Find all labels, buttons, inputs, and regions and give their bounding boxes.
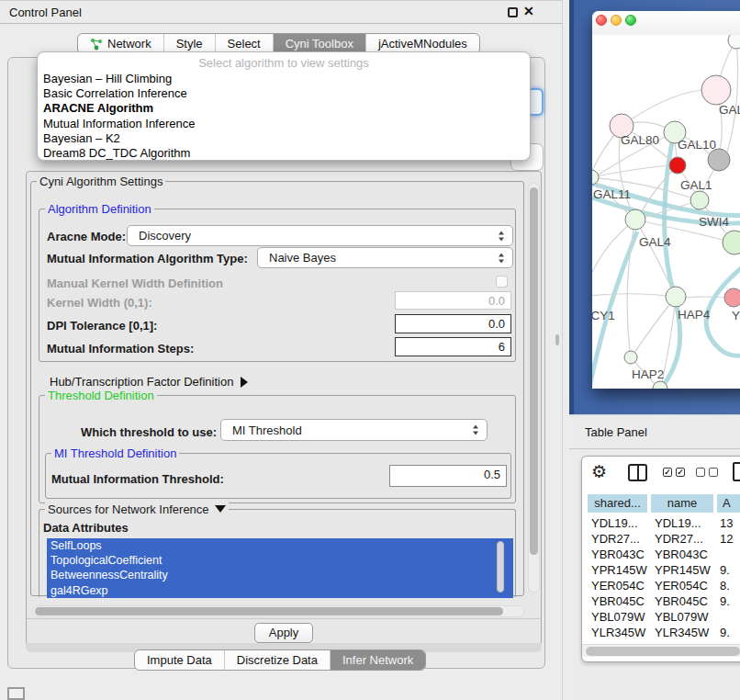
aracne-mode-label: Aracne Mode: [47,230,126,243]
close-icon[interactable]: ✕ [523,4,534,18]
group-title: Algorithm Definition [45,202,154,216]
network-node[interactable] [592,170,599,185]
table-row[interactable]: YDR27...YDR27...12 [582,531,740,547]
minimized-panel-icon[interactable] [7,687,25,700]
network-node[interactable] [723,231,740,254]
hub-definition-toggle[interactable]: Hub/Transcription Factor Definition [50,375,248,389]
network-node[interactable] [708,149,730,171]
network-edge[interactable] [622,90,701,126]
zoom-traffic-light[interactable] [625,15,636,26]
node-label: GAL [719,103,740,117]
kernel-width-field[interactable]: 0.0 [395,291,511,310]
tab-infer-network[interactable]: Infer Network [331,650,425,670]
dropdown-item[interactable]: Basic Correlation Inference [38,86,530,101]
window-titlebar[interactable] [592,11,740,35]
dropdown-item[interactable]: Bayesian – Hill Climbing [38,72,530,86]
dropdown-item[interactable]: Dream8 DC_TDC Algorithm [38,146,530,161]
threshold-definition-group: Threshold Definition Which threshold to … [39,395,516,503]
column-header[interactable]: shared... [587,493,648,514]
network-node[interactable] [728,35,740,49]
network-desktop-area: GALGAL80GAL10GAL11GAL1SWI4GAL4GCY1HAP4YH… [569,0,740,414]
tab-jactivemnodules[interactable]: jActiveMNodules [366,34,479,53]
export-table-icon[interactable] [733,462,740,481]
table-row[interactable]: YDL19...YDL19...13 [582,515,740,531]
minimize-traffic-light[interactable] [611,15,622,26]
sources-toggle[interactable]: Sources for Network Inference [45,502,229,516]
dpi-tolerance-field[interactable]: 0.0 [395,314,511,333]
table-horizontal-scrollbar[interactable] [582,644,740,657]
settings-horizontal-scrollbar[interactable] [32,605,524,617]
attribute-item[interactable]: SelfLoops [47,538,513,553]
mi-steps-field[interactable]: 6 [395,337,511,356]
select-all-icon[interactable]: ✓ [676,468,685,477]
column-header[interactable]: A [716,493,740,514]
column-header[interactable]: name [650,493,714,514]
network-node[interactable] [701,75,731,105]
scrollbar-thumb[interactable] [586,647,740,656]
tab-impute-data[interactable]: Impute Data [135,650,225,670]
network-graph[interactable]: GALGAL80GAL10GAL11GAL1SWI4GAL4GCY1HAP4YH… [592,35,740,389]
scrollbar-thumb[interactable] [530,187,538,555]
node-label: SWI4 [699,215,729,229]
deselect-all-icon[interactable] [709,468,718,477]
manual-kernel-label: Manual Kernel Width Definition [47,277,223,290]
node-label: GCY1 [592,309,615,322]
attribute-item[interactable]: TopologicalCoefficient [47,553,513,568]
gear-icon[interactable]: ⚙ [591,461,607,482]
data-attributes-label: Data Attributes [43,521,129,535]
table-panel: Table Panel ⚙ ✓ ✓ shared... name A YDL19… [569,414,740,700]
table-toolbar: ⚙ ✓ ✓ [582,457,740,491]
mi-type-label: Mutual Information Algorithm Type: [47,252,248,265]
network-node[interactable] [624,351,637,364]
select-all-icon[interactable]: ✓ [663,468,672,477]
dropdown-item[interactable]: Bayesian – K2 [38,131,530,146]
network-edge[interactable] [686,297,724,298]
network-edge[interactable] [592,294,676,297]
table-row[interactable]: YBR045CYBR045C9. [582,593,740,609]
table-row[interactable]: YPR145WYPR145W9. [582,562,740,578]
tab-select[interactable]: Select [216,34,274,53]
tab-network[interactable]: Network [78,34,164,53]
tab-discretize-data[interactable]: Discretize Data [225,650,331,670]
tab-cyni-toolbox[interactable]: Cyni Toolbox [274,34,366,53]
data-attributes-list: SelfLoops TopologicalCoefficient Between… [47,538,513,598]
list-scrollbar-thumb[interactable] [497,541,504,593]
which-threshold-select[interactable]: MI Threshold [220,419,488,441]
split-columns-icon[interactable] [628,464,647,481]
scrollbar-thumb[interactable] [35,607,503,615]
aracne-mode-select[interactable]: Discovery [127,225,513,246]
close-traffic-light[interactable] [596,15,607,26]
float-icon[interactable] [508,7,518,17]
network-node[interactable] [625,209,645,230]
tab-style[interactable]: Style [164,34,216,53]
node-label: GAL4 [639,235,671,249]
dropdown-item-selected[interactable]: ARACNE Algorithm [38,101,530,116]
dropdown-prompt: Select algorithm to view settings [38,56,530,72]
mi-threshold-field[interactable]: 0.5 [389,465,507,487]
attribute-item[interactable]: BetweennessCentrality [47,568,513,582]
cyni-mode-tabs: Impute Data Discretize Data Infer Networ… [134,649,426,671]
group-title: Cyni Algorithm Settings [37,175,165,188]
table-row[interactable]: YLR345WYLR345W9. [582,625,740,640]
manual-kernel-checkbox[interactable] [496,276,508,288]
node-label: HAP4 [678,308,711,322]
network-node[interactable] [669,157,686,174]
dropdown-item[interactable]: Mutual Information Inference [38,117,530,131]
divider-collapse-handle[interactable] [555,334,559,345]
attribute-item[interactable]: gal4RGexp [47,583,513,598]
node-label: GAL1 [680,178,712,192]
network-node[interactable] [724,288,740,307]
network-node[interactable] [666,287,686,307]
network-icon [90,38,103,51]
kernel-width-label: Kernel Width (0,1): [47,296,152,310]
table-row[interactable]: YBR043CYBR043C [582,547,740,562]
apply-button[interactable]: Apply [254,623,313,643]
table-row[interactable]: YBL079WYBL079W [582,609,740,625]
mi-type-select[interactable]: Naive Bayes [257,247,513,268]
deselect-all-icon[interactable] [696,468,705,477]
settings-vertical-scrollbar[interactable] [528,183,540,593]
table-row[interactable]: YER054CYER054C8. [582,578,740,593]
network-node[interactable] [690,191,709,209]
apply-bar: Apply [27,618,541,646]
divider [569,448,740,449]
